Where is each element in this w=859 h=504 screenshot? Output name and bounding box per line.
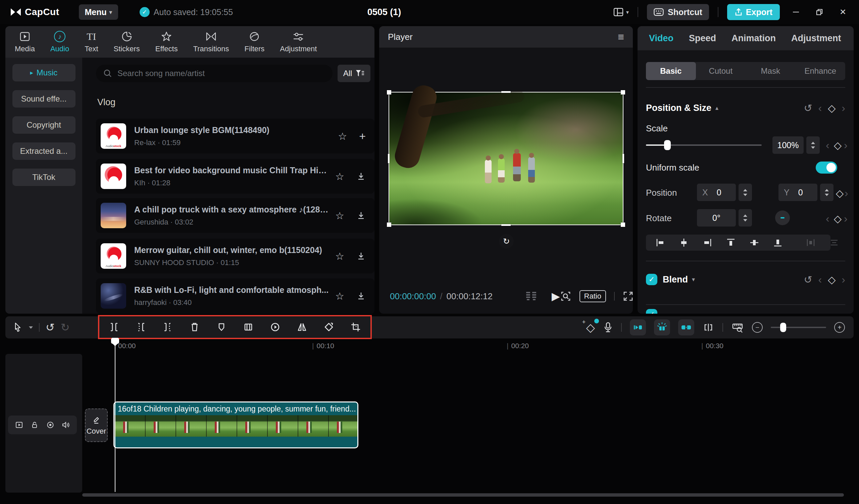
favorite-star-icon[interactable]: ☆ xyxy=(335,290,344,302)
song-item[interactable]: Audiostock Urban lounge style BGM(114849… xyxy=(96,119,375,154)
video-track-icon[interactable] xyxy=(15,421,24,429)
shortcut-button[interactable]: Shortcut xyxy=(647,4,709,20)
keyframe-icon[interactable]: ◇ xyxy=(834,139,842,151)
mark-icon[interactable] xyxy=(215,321,227,333)
preview-focus-icon[interactable] xyxy=(560,290,571,302)
keyframe-icon[interactable]: ◇ xyxy=(828,102,835,114)
snap-main-track-toggle[interactable] xyxy=(654,319,670,335)
tab-text[interactable]: TI Text xyxy=(85,31,98,53)
export-button[interactable]: Export xyxy=(727,4,780,20)
next-keyframe-icon[interactable]: › xyxy=(845,187,848,200)
subtab-enhance[interactable]: Enhance xyxy=(796,62,846,80)
dropdown-icon[interactable]: ▾ xyxy=(692,276,695,283)
ratio-button[interactable]: Ratio xyxy=(579,290,606,302)
minimize-button[interactable] xyxy=(788,5,803,19)
distribute-horizontal-icon[interactable] xyxy=(805,238,816,248)
favorite-star-icon[interactable]: ☆ xyxy=(335,210,344,221)
position-x-stepper[interactable] xyxy=(739,184,752,201)
freeze-frame-icon[interactable] xyxy=(242,321,254,333)
next-section-checkbox[interactable]: ✓ xyxy=(646,309,657,314)
delete-icon[interactable] xyxy=(189,321,201,333)
align-bottom-icon[interactable] xyxy=(773,238,783,248)
auto-ripple-toggle[interactable] xyxy=(630,319,646,335)
sidebar-item-copyright[interactable]: Copyright xyxy=(12,116,75,134)
crop-icon[interactable] xyxy=(350,321,362,333)
selection-handle[interactable] xyxy=(501,91,511,93)
uniform-scale-toggle[interactable] xyxy=(816,161,837,174)
filter-all-button[interactable]: All xyxy=(337,65,371,82)
add-to-track-icon[interactable]: + xyxy=(359,130,366,142)
distribute-vertical-icon[interactable] xyxy=(829,238,839,248)
selection-handle[interactable] xyxy=(501,224,511,226)
zoom-in-icon[interactable]: + xyxy=(834,322,845,333)
tab-animation[interactable]: Animation xyxy=(732,33,776,44)
tab-speed[interactable]: Speed xyxy=(689,33,716,44)
align-middle-vertical-icon[interactable] xyxy=(749,238,759,248)
download-icon[interactable] xyxy=(356,172,366,181)
song-item[interactable]: R&B with Lo-Fi, light and comfortable at… xyxy=(96,279,375,313)
split-icon[interactable] xyxy=(108,321,120,333)
align-right-icon[interactable] xyxy=(702,238,712,248)
timeline-scrollbar[interactable] xyxy=(82,493,844,497)
next-keyframe-icon[interactable]: › xyxy=(844,139,848,152)
tab-effects[interactable]: Effects xyxy=(155,31,178,53)
favorite-star-icon[interactable]: ☆ xyxy=(338,130,347,142)
download-icon[interactable] xyxy=(356,251,366,261)
reset-icon[interactable]: ↺ xyxy=(804,274,812,285)
selection-handle[interactable] xyxy=(622,154,624,163)
fullscreen-icon[interactable] xyxy=(623,291,633,302)
timeline-clip[interactable]: 16of18 Children playing, dancing, young … xyxy=(114,401,358,448)
next-keyframe-icon[interactable]: › xyxy=(842,273,845,286)
position-x-field[interactable]: X 0 xyxy=(697,184,736,201)
tab-video[interactable]: Video xyxy=(649,33,674,44)
favorite-star-icon[interactable]: ☆ xyxy=(335,171,344,182)
scale-slider[interactable] xyxy=(646,144,762,146)
keyframe-icon[interactable]: ◇ xyxy=(834,213,842,224)
speaker-icon[interactable] xyxy=(61,421,70,429)
prev-keyframe-icon[interactable]: ‹ xyxy=(826,139,829,152)
tab-audio[interactable]: ♪ Audio xyxy=(50,31,69,53)
player-menu-icon[interactable]: ≡ xyxy=(618,31,624,43)
search-input[interactable] xyxy=(117,68,325,78)
blend-header[interactable]: ✓ Blend ▾ ↺ ‹ ◇ › xyxy=(646,272,845,287)
playhead[interactable] xyxy=(115,341,116,492)
timeline-zoom-slider[interactable] xyxy=(771,327,826,328)
search-bar[interactable] xyxy=(96,65,333,82)
align-center-horizontal-icon[interactable] xyxy=(679,238,689,248)
zoom-out-icon[interactable]: − xyxy=(752,322,763,333)
link-clips-toggle[interactable] xyxy=(678,319,694,335)
eye-icon[interactable] xyxy=(46,421,55,429)
song-item[interactable]: Best for video background music Chill Tr… xyxy=(96,159,375,194)
selection-handle[interactable] xyxy=(621,222,625,227)
play-button[interactable]: ▶ xyxy=(552,290,560,303)
tab-stickers[interactable]: Stickers xyxy=(114,31,140,53)
selection-handle[interactable] xyxy=(621,90,625,95)
rotate-dial[interactable] xyxy=(775,210,790,225)
reverse-icon[interactable] xyxy=(269,321,281,333)
sidebar-item-music[interactable]: ▸ Music xyxy=(12,64,75,81)
layout-icon[interactable]: ▾ xyxy=(613,8,629,16)
prev-keyframe-icon[interactable]: ‹ xyxy=(826,212,829,225)
chevron-down-icon[interactable] xyxy=(29,326,33,329)
delete-left-icon[interactable] xyxy=(135,321,147,333)
selection-handle[interactable] xyxy=(388,154,390,163)
edit-cover-button[interactable]: Cover xyxy=(85,409,108,442)
align-top-icon[interactable] xyxy=(726,238,736,248)
playhead-handle[interactable] xyxy=(111,338,119,344)
scale-slider-knob[interactable] xyxy=(664,140,671,150)
next-keyframe-icon[interactable]: › xyxy=(844,212,848,225)
favorite-star-icon[interactable]: ☆ xyxy=(335,250,344,262)
prev-keyframe-icon[interactable]: ‹ xyxy=(818,102,822,114)
scale-value-field[interactable]: 100% xyxy=(772,137,804,154)
prev-keyframe-icon[interactable]: ‹ xyxy=(818,273,822,286)
audio-levels-icon[interactable] xyxy=(525,290,538,302)
keyframe-icon[interactable]: ◇ xyxy=(828,274,835,285)
maximize-button[interactable] xyxy=(812,5,827,19)
subtab-mask[interactable]: Mask xyxy=(745,62,796,80)
undo-icon[interactable]: ↺ xyxy=(46,321,55,334)
redo-icon[interactable]: ↻ xyxy=(61,321,70,334)
keyframe-icon[interactable]: ◇ xyxy=(836,187,844,199)
select-tool-icon[interactable] xyxy=(13,322,23,333)
song-item[interactable]: A chill pop truck with a sexy atmosphere… xyxy=(96,198,375,233)
sidebar-item-tiktok[interactable]: TikTok xyxy=(12,169,75,186)
